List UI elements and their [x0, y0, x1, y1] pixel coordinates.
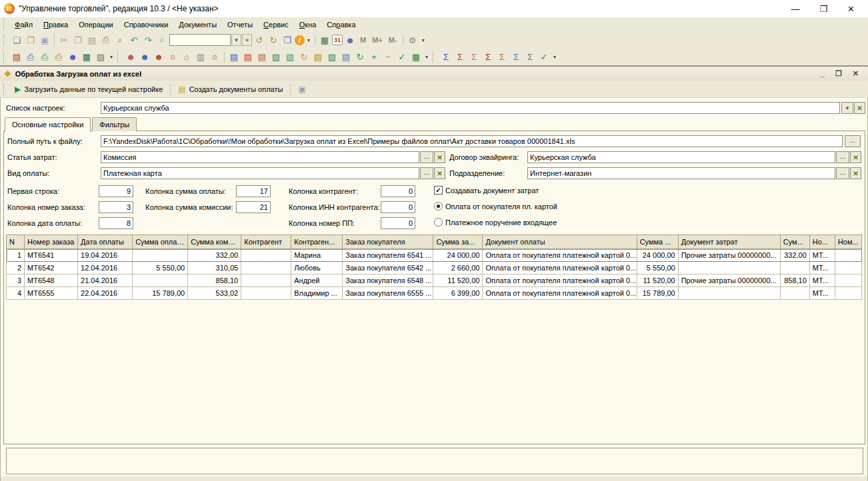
refresh-icon[interactable]: ↺ — [253, 34, 266, 47]
column-header[interactable]: N — [7, 235, 25, 249]
receipt-doc-icon[interactable]: ▤ — [241, 51, 255, 63]
table-cell[interactable]: 6 399,00 — [433, 287, 483, 300]
sum-return-icon[interactable]: Σ — [467, 51, 481, 63]
table-cell[interactable]: Заказ покупателя 6548 ... — [343, 274, 433, 287]
find-icon[interactable]: ⌕ — [155, 34, 169, 47]
menu-item[interactable]: Справка — [321, 19, 361, 30]
col-payment-sum-input[interactable] — [236, 185, 271, 197]
table-cell[interactable]: МТ6548 — [25, 274, 78, 287]
settings-clear-button[interactable]: ✕ — [854, 102, 865, 114]
doc-approve-icon[interactable]: ✓ — [395, 51, 409, 63]
expense-item-input[interactable] — [101, 151, 419, 163]
table-cell[interactable]: Прочие затраты 00000000... — [678, 274, 780, 287]
create-payment-docs-button[interactable]: ▤ Создать документы оплаты — [173, 82, 288, 97]
table-cell[interactable]: 332,00 — [188, 249, 241, 262]
column-header[interactable]: Сум... — [780, 235, 809, 249]
menu-item[interactable]: Сервис — [258, 19, 294, 30]
table-cell[interactable]: Марина — [291, 249, 343, 262]
column-header[interactable]: Номер заказа — [25, 235, 78, 249]
user-permissions-icon[interactable]: ☻ — [343, 34, 357, 47]
cut-icon[interactable]: ✂ — [57, 34, 71, 47]
table-cell[interactable]: Любовь — [291, 262, 343, 274]
memory-m-minus-icon[interactable]: M- — [386, 34, 400, 47]
save-icon[interactable]: ▣ — [38, 34, 51, 47]
settings-list-input[interactable] — [101, 102, 840, 114]
expense-item-clear-button[interactable]: ✕ — [434, 151, 445, 163]
info-icon[interactable]: i — [295, 35, 305, 45]
table-cell[interactable]: 15 789,00 — [133, 287, 188, 300]
undo-icon[interactable]: ↶ — [127, 34, 141, 47]
calendar-icon[interactable]: 31 — [332, 35, 343, 45]
table-cell[interactable]: 4 — [7, 287, 25, 300]
new-document-icon[interactable]: ❏ — [10, 34, 23, 47]
column-header[interactable]: Сумма ... — [637, 235, 678, 249]
form-close-icon[interactable]: ✕ — [853, 69, 859, 78]
table-row[interactable]: 3МТ654821.04.2016858,10АндрейЗаказ покуп… — [7, 274, 862, 287]
table-cell[interactable] — [835, 287, 861, 300]
table-cell[interactable]: МТ... — [809, 249, 835, 262]
col-counterparty-input[interactable] — [381, 185, 415, 197]
table-cell[interactable] — [133, 249, 188, 262]
table-cell[interactable] — [678, 262, 780, 274]
table-cell[interactable]: 3 — [7, 274, 25, 287]
report-chart-icon[interactable]: ▧ — [325, 51, 339, 63]
table-cell[interactable]: Андрей — [291, 274, 343, 287]
file-browse-button[interactable]: ... — [845, 135, 861, 147]
table-cell[interactable]: 2 660,00 — [433, 262, 483, 274]
table-cell[interactable]: Оплата от покупателя платежной картой 0.… — [483, 262, 637, 274]
table-cell[interactable] — [780, 262, 809, 274]
purchase-doc-icon[interactable]: ▤ — [227, 51, 241, 63]
menu-item[interactable]: Окна — [294, 19, 322, 30]
table-cell[interactable] — [241, 287, 291, 300]
table-cell[interactable]: МТ6542 — [25, 262, 78, 274]
table-cell[interactable]: Оплата от покупателя платежной картой 0.… — [483, 249, 637, 262]
column-header[interactable]: Но... — [809, 235, 835, 249]
col-commission-sum-input[interactable] — [236, 201, 271, 213]
menu-item[interactable]: Файл — [9, 19, 38, 30]
load-data-button[interactable]: ▶ Загрузить данные по текущей настройке — [9, 82, 168, 97]
department-clear-button[interactable]: ✕ — [850, 167, 861, 179]
search-input[interactable] — [169, 34, 231, 46]
column-header[interactable]: Контрагент — [241, 235, 291, 249]
save-settings-button[interactable]: ▣ — [293, 82, 311, 97]
table-cell[interactable]: 858,10 — [780, 274, 809, 287]
table-cell[interactable]: 5 550,00 — [133, 262, 188, 274]
settings-dropdown-button[interactable]: ▼ — [841, 102, 853, 114]
sum-check-icon[interactable]: ✓ — [537, 51, 551, 63]
table-cell[interactable] — [678, 287, 780, 300]
table-cell[interactable]: Заказ покупателя 6542 ... — [343, 262, 433, 274]
column-header[interactable]: Ном... — [835, 235, 861, 249]
open-folder-icon[interactable]: ❐ — [24, 34, 37, 47]
table-cell[interactable] — [835, 249, 861, 262]
restore-icon[interactable]: ❐ — [819, 4, 827, 14]
close-icon[interactable]: ✕ — [847, 4, 855, 14]
table-cell[interactable] — [835, 262, 861, 274]
redo-icon[interactable]: ↷ — [141, 34, 155, 47]
column-header[interactable]: Сумма за... — [433, 235, 483, 249]
sales-doc-icon[interactable]: ▤ — [255, 51, 269, 63]
partners-icon[interactable]: ☻ — [66, 51, 79, 63]
col-inn-input[interactable] — [381, 201, 415, 213]
payment-type-clear-button[interactable]: ✕ — [434, 167, 445, 179]
table-cell[interactable]: 11 520,00 — [637, 274, 678, 287]
table-cell[interactable]: 11 520,00 — [433, 274, 483, 287]
paste-icon[interactable]: ▤ — [85, 34, 99, 47]
menu-item[interactable]: Документы — [173, 19, 222, 30]
expense-item-browse-button[interactable]: ... — [420, 151, 433, 163]
print-icon[interactable]: ⎙ — [99, 34, 113, 47]
table-cell[interactable]: 24 000,00 — [637, 249, 678, 262]
print-preview-icon[interactable]: ⌕ — [113, 34, 127, 47]
table-cell[interactable]: 2 — [7, 262, 25, 274]
menu-item[interactable]: Справочники — [119, 19, 174, 30]
search-dropdown-icon[interactable]: ▼ — [231, 34, 241, 46]
first-row-input[interactable] — [99, 185, 133, 197]
printer-invoice-icon[interactable]: ⎙ — [38, 51, 51, 63]
table-cell[interactable] — [241, 249, 291, 262]
form-minimize-icon[interactable]: _ — [821, 69, 825, 78]
column-header[interactable]: Дата оплаты — [78, 235, 133, 249]
payment-type-browse-button[interactable]: ... — [420, 167, 433, 179]
table-cell[interactable]: 5 550,00 — [637, 262, 678, 274]
table-cell[interactable]: 15 789,00 — [637, 287, 678, 300]
group-d-caret-icon[interactable]: ▼ — [551, 51, 558, 63]
table-cell[interactable]: 533,02 — [188, 287, 241, 300]
